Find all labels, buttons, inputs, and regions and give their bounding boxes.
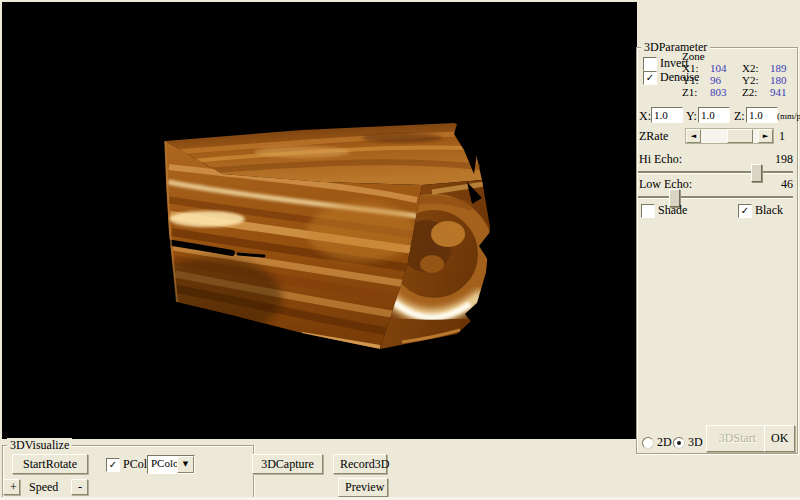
zrate-scrollbar[interactable]: ◄ ► xyxy=(685,128,774,144)
volume-render xyxy=(2,2,637,439)
zone-z2-label: Z2: xyxy=(742,86,757,99)
scale-z-input[interactable] xyxy=(746,107,778,123)
mode-3d-label: 3D xyxy=(688,436,703,449)
speed-plus-button[interactable]: + xyxy=(3,479,20,495)
pcolor-dropdown[interactable]: PColor ▼ xyxy=(147,455,195,474)
record-3d-button[interactable]: Record3D xyxy=(333,454,387,474)
denoise-checkbox[interactable]: ✓ xyxy=(643,71,657,85)
scale-unit-label: (mm/p) xyxy=(777,110,800,123)
scale-x-input[interactable] xyxy=(651,107,683,123)
scale-z-label: Z: xyxy=(734,110,745,123)
application-window: 3DParameter ✓ Invert ✓ Denoise Zone X1: … xyxy=(0,0,800,500)
zrate-label: ZRate xyxy=(639,130,668,143)
scale-x-label: X: xyxy=(639,110,651,123)
speed-label: Speed xyxy=(29,481,58,494)
zone-z2-value: 941 xyxy=(770,86,787,99)
check-icon: ✓ xyxy=(741,205,749,216)
shade-label: Shade xyxy=(658,204,687,217)
black-label: Black xyxy=(755,204,783,217)
ok-button[interactable]: OK xyxy=(764,425,795,452)
zone-z1-label: Z1: xyxy=(682,86,697,99)
dropdown-arrow-icon[interactable]: ▼ xyxy=(177,456,194,473)
zrate-scroll-track xyxy=(700,129,759,141)
zone-z1-value: 803 xyxy=(710,86,727,99)
zrate-value: 1 xyxy=(779,130,785,143)
scroll-right-icon[interactable]: ► xyxy=(758,129,773,143)
start-rotate-button[interactable]: StartRotate xyxy=(12,454,88,474)
hi-echo-thumb[interactable] xyxy=(751,164,762,182)
low-echo-track xyxy=(638,196,793,198)
hi-echo-track xyxy=(638,171,793,173)
mode-2d-radio[interactable] xyxy=(642,437,654,449)
shade-checkbox[interactable]: ✓ xyxy=(641,204,655,218)
pcolor-checkbox[interactable]: ✓ xyxy=(106,458,120,472)
preview-button[interactable]: Preview xyxy=(338,478,388,497)
zrate-scroll-thumb[interactable] xyxy=(727,129,753,143)
speed-minus-button[interactable]: - xyxy=(71,479,88,495)
start-3d-button[interactable]: 3DStart xyxy=(706,425,769,452)
invert-checkbox[interactable]: ✓ xyxy=(643,57,657,71)
scale-y-input[interactable] xyxy=(698,107,730,123)
capture-3d-button[interactable]: 3DCapture xyxy=(252,454,323,474)
check-icon: ✓ xyxy=(646,72,654,83)
scroll-left-icon[interactable]: ◄ xyxy=(686,129,701,143)
parameter-groupbox: 3DParameter ✓ Invert ✓ Denoise Zone X1: … xyxy=(636,47,798,454)
mode-3d-radio[interactable] xyxy=(673,437,685,449)
render-viewport[interactable] xyxy=(2,2,637,439)
scale-y-label: Y: xyxy=(686,110,697,123)
mode-2d-label: 2D xyxy=(657,436,672,449)
check-icon: ✓ xyxy=(109,459,117,470)
black-checkbox[interactable]: ✓ xyxy=(738,204,752,218)
visualize-group-title: 3DVisualize xyxy=(7,438,72,452)
